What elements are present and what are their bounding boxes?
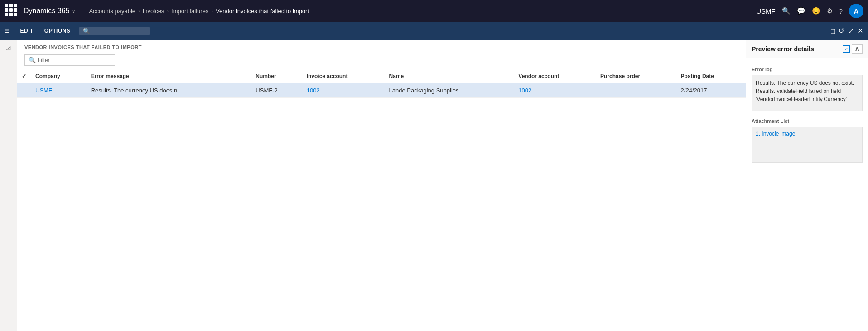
col-invoice-account[interactable]: Invoice account bbox=[302, 69, 385, 83]
company-link[interactable]: USMF bbox=[35, 87, 52, 94]
row-company: USMF bbox=[31, 83, 87, 98]
row-posting-date: 2/24/2017 bbox=[676, 83, 746, 98]
refresh-icon[interactable]: ↺ bbox=[839, 27, 844, 35]
attachment-box: 1, Invocie image bbox=[752, 127, 863, 163]
filter-search-icon: 🔍 bbox=[29, 57, 36, 63]
breadcrumb-import-failures[interactable]: Import failures bbox=[171, 8, 208, 15]
col-check: ✓ bbox=[17, 69, 31, 83]
sep3: › bbox=[211, 8, 213, 14]
right-panel-title: Preview error details bbox=[752, 45, 814, 53]
chat-icon[interactable]: 💬 bbox=[797, 7, 805, 15]
filter-input-wrap: 🔍 bbox=[24, 54, 115, 66]
table-header: ✓ Company Error message Number Invoice a… bbox=[17, 69, 746, 83]
toolbar-search: 🔍 bbox=[79, 27, 150, 35]
col-vendor-account[interactable]: Vendor account bbox=[514, 69, 596, 83]
org-label: USMF bbox=[756, 7, 776, 15]
row-vendor-account: 1002 bbox=[514, 83, 596, 98]
row-check bbox=[17, 83, 31, 98]
window-icon[interactable]: □ bbox=[831, 27, 835, 35]
col-number[interactable]: Number bbox=[251, 69, 302, 83]
right-panel-header: Preview error details ⤢ ∧ bbox=[746, 40, 868, 58]
close-icon[interactable]: ✕ bbox=[858, 27, 863, 35]
apps-menu-icon[interactable] bbox=[5, 4, 19, 18]
breadcrumb: Accounts payable › Invoices › Import fai… bbox=[89, 8, 756, 15]
user-avatar[interactable]: A bbox=[849, 4, 863, 18]
content-panel: VENDOR INVOICES THAT FAILED TO IMPORT 🔍 … bbox=[17, 40, 746, 331]
main-area: ⊿ VENDOR INVOICES THAT FAILED TO IMPORT … bbox=[0, 40, 868, 331]
options-button[interactable]: OPTIONS bbox=[40, 26, 75, 36]
breadcrumb-current: Vendor invoices that failed to import bbox=[216, 8, 309, 15]
error-log-label: Error log bbox=[752, 67, 863, 72]
filter-input[interactable] bbox=[38, 57, 110, 63]
expand-icon[interactable]: ⤢ bbox=[848, 27, 854, 35]
edit-button[interactable]: Edit bbox=[16, 26, 38, 36]
brand-chevron: ∨ bbox=[72, 9, 75, 14]
row-invoice-account: 1002 bbox=[302, 83, 385, 98]
col-error-message[interactable]: Error message bbox=[87, 69, 251, 83]
row-purchase-order bbox=[596, 83, 676, 98]
breadcrumb-invoices[interactable]: Invoices bbox=[143, 8, 164, 15]
table-row[interactable]: USMF Results. The currency US does n... … bbox=[17, 83, 746, 98]
error-log-box: Results. The currency US does not exist.… bbox=[752, 75, 863, 111]
table-container: ✓ Company Error message Number Invoice a… bbox=[17, 69, 746, 331]
toolbar-search-input[interactable] bbox=[92, 28, 146, 34]
col-purchase-order[interactable]: Purchase order bbox=[596, 69, 676, 83]
top-navigation: Dynamics 365 ∨ Accounts payable › Invoic… bbox=[0, 0, 868, 22]
row-name: Lande Packaging Supplies bbox=[385, 83, 514, 98]
filter-icon[interactable]: ⊿ bbox=[5, 44, 11, 52]
col-name[interactable]: Name bbox=[385, 69, 514, 83]
expand-panel-icon[interactable]: ⤢ bbox=[843, 45, 850, 53]
attachment-list-label: Attachment List bbox=[752, 118, 863, 124]
sep2: › bbox=[167, 8, 169, 14]
table-body: USMF Results. The currency US does n... … bbox=[17, 83, 746, 98]
vendor-account-link[interactable]: 1002 bbox=[518, 87, 531, 94]
search-icon[interactable]: 🔍 bbox=[782, 7, 791, 15]
toolbar-right-icons: □ ↺ ⤢ ✕ bbox=[831, 27, 863, 35]
brand-area[interactable]: Dynamics 365 ∨ bbox=[24, 7, 75, 15]
invoices-table: ✓ Company Error message Number Invoice a… bbox=[17, 69, 746, 98]
sep1: › bbox=[138, 8, 140, 14]
col-posting-date[interactable]: Posting Date bbox=[676, 69, 746, 83]
top-right-actions: USMF 🔍 💬 😊 ⚙ ? A bbox=[756, 4, 863, 18]
row-number: USMF-2 bbox=[251, 83, 302, 98]
right-panel-body: Error log Results. The currency US does … bbox=[746, 58, 868, 331]
action-toolbar: ≡ Edit OPTIONS 🔍 □ ↺ ⤢ ✕ bbox=[0, 22, 868, 40]
check-icon: ✓ bbox=[22, 73, 26, 79]
help-icon[interactable]: ? bbox=[839, 7, 843, 15]
page-title: VENDOR INVOICES THAT FAILED TO IMPORT bbox=[17, 40, 746, 53]
collapse-panel-button[interactable]: ∧ bbox=[852, 44, 863, 54]
toolbar-search-icon: 🔍 bbox=[83, 28, 90, 34]
hamburger-icon[interactable]: ≡ bbox=[5, 26, 10, 36]
settings-icon[interactable]: ⚙ bbox=[827, 7, 833, 15]
filter-bar: 🔍 bbox=[17, 53, 746, 69]
left-sidebar-strip: ⊿ bbox=[0, 40, 17, 331]
person-icon[interactable]: 😊 bbox=[812, 7, 820, 15]
breadcrumb-accounts-payable[interactable]: Accounts payable bbox=[89, 8, 135, 15]
invoice-account-link[interactable]: 1002 bbox=[307, 87, 320, 94]
right-panel: Preview error details ⤢ ∧ Error log Resu… bbox=[746, 40, 868, 331]
col-company[interactable]: Company bbox=[31, 69, 87, 83]
row-error-message: Results. The currency US does n... bbox=[87, 83, 251, 98]
app-name: Dynamics 365 bbox=[24, 7, 69, 15]
attachment-link[interactable]: 1, Invocie image bbox=[756, 131, 795, 137]
